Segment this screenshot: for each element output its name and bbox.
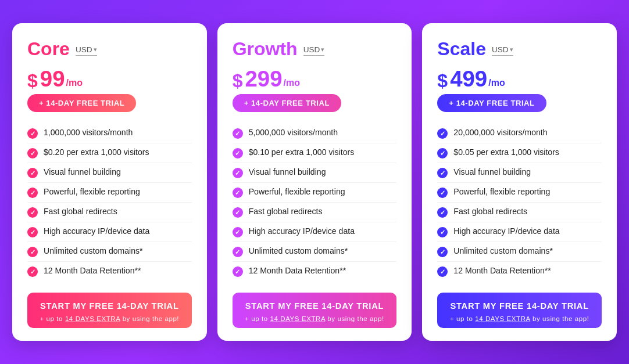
feature-text-growth-7: 12 Month Data Retention** xyxy=(249,266,346,275)
feature-text-core-2: Visual funnel building xyxy=(44,167,121,176)
price-per-growth: /mo xyxy=(284,78,300,88)
feature-item-core-4: ✓Fast global redirects xyxy=(27,203,192,222)
feature-item-core-5: ✓High accuracy IP/device data xyxy=(27,222,192,242)
currency-selector-growth[interactable]: USD ▾ xyxy=(303,45,325,56)
feature-item-growth-6: ✓Unlimited custom domains* xyxy=(233,242,397,262)
check-icon-core-4: ✓ xyxy=(27,207,38,218)
feature-item-growth-7: ✓12 Month Data Retention** xyxy=(233,262,397,281)
price-dollar-scale: $ xyxy=(437,70,448,92)
check-icon-core-6: ✓ xyxy=(27,247,38,257)
check-icon-growth-3: ✓ xyxy=(233,188,243,198)
feature-item-core-1: ✓$0.20 per extra 1,000 visitors xyxy=(27,143,192,163)
features-list-core: ✓1,000,000 visitors/month✓$0.20 per extr… xyxy=(27,124,192,281)
plan-card-scale: ScaleUSD ▾$499/mo+ 14-DAY FREE TRIAL✓20,… xyxy=(422,23,617,340)
feature-item-growth-3: ✓Powerful, flexible reporting xyxy=(233,183,397,203)
cta-button-core[interactable]: START MY FREE 14-DAY TRIAL + up to 14 DA… xyxy=(27,293,192,327)
feature-item-core-0: ✓1,000,000 visitors/month xyxy=(27,124,192,143)
plan-card-core: CoreUSD ▾$99/mo+ 14-DAY FREE TRIAL✓1,000… xyxy=(12,23,207,340)
check-icon-scale-3: ✓ xyxy=(437,188,448,198)
check-icon-core-7: ✓ xyxy=(27,266,38,277)
cta-sub-scale: + up to 14 DAYS EXTRA by using the app! xyxy=(443,315,596,323)
check-icon-scale-1: ✓ xyxy=(437,148,448,158)
price-amount-core: 99 xyxy=(40,66,65,92)
cta-link-growth[interactable]: 14 DAYS EXTRA xyxy=(270,315,326,322)
feature-item-scale-6: ✓Unlimited custom domains* xyxy=(437,242,602,262)
check-icon-core-2: ✓ xyxy=(27,168,38,178)
plan-header-scale: ScaleUSD ▾ xyxy=(437,39,602,58)
price-per-core: /mo xyxy=(66,78,83,88)
feature-text-growth-6: Unlimited custom domains* xyxy=(249,246,348,255)
feature-item-scale-0: ✓20,000,000 visitors/month xyxy=(437,124,602,143)
cta-main-text-scale: START MY FREE 14-DAY TRIAL xyxy=(443,301,596,312)
price-dollar-growth: $ xyxy=(233,70,243,92)
plan-price-core: $99/mo xyxy=(27,66,192,92)
plan-name-growth: Growth xyxy=(233,39,298,58)
feature-text-scale-1: $0.05 per extra 1,000 visitors xyxy=(453,147,559,157)
cta-sub-core: + up to 14 DAYS EXTRA by using the app! xyxy=(33,315,186,323)
feature-text-growth-3: Powerful, flexible reporting xyxy=(249,187,345,196)
check-icon-scale-6: ✓ xyxy=(437,247,448,257)
feature-item-scale-4: ✓Fast global redirects xyxy=(437,203,602,222)
price-dollar-core: $ xyxy=(27,70,38,92)
feature-item-growth-0: ✓5,000,000 visitors/month xyxy=(233,124,397,143)
currency-selector-scale[interactable]: USD ▾ xyxy=(492,45,513,56)
cta-link-scale[interactable]: 14 DAYS EXTRA xyxy=(475,315,530,322)
feature-item-core-2: ✓Visual funnel building xyxy=(27,163,192,183)
currency-selector-core[interactable]: USD ▾ xyxy=(76,45,97,56)
trial-badge-growth[interactable]: + 14-DAY FREE TRIAL xyxy=(233,94,341,112)
feature-item-core-7: ✓12 Month Data Retention** xyxy=(27,262,192,281)
check-icon-scale-7: ✓ xyxy=(437,266,448,277)
plan-price-growth: $299/mo xyxy=(233,66,397,92)
feature-text-scale-0: 20,000,000 visitors/month xyxy=(453,128,547,137)
check-icon-growth-4: ✓ xyxy=(233,207,243,218)
feature-text-core-7: 12 Month Data Retention** xyxy=(44,266,141,275)
cta-sub-growth: + up to 14 DAYS EXTRA by using the app! xyxy=(238,315,391,323)
check-icon-scale-4: ✓ xyxy=(437,207,448,218)
feature-text-scale-3: Powerful, flexible reporting xyxy=(453,187,550,196)
feature-item-core-3: ✓Powerful, flexible reporting xyxy=(27,183,192,203)
feature-item-scale-3: ✓Powerful, flexible reporting xyxy=(437,183,602,203)
feature-item-core-6: ✓Unlimited custom domains* xyxy=(27,242,192,262)
features-list-scale: ✓20,000,000 visitors/month✓$0.05 per ext… xyxy=(437,124,602,281)
plan-card-growth: GrowthUSD ▾$299/mo+ 14-DAY FREE TRIAL✓5,… xyxy=(217,23,412,340)
feature-text-growth-4: Fast global redirects xyxy=(249,207,323,216)
check-icon-core-0: ✓ xyxy=(27,128,38,139)
features-list-growth: ✓5,000,000 visitors/month✓$0.10 per extr… xyxy=(233,124,397,281)
feature-text-growth-2: Visual funnel building xyxy=(249,167,326,176)
feature-item-scale-1: ✓$0.05 per extra 1,000 visitors xyxy=(437,143,602,163)
feature-text-core-3: Powerful, flexible reporting xyxy=(44,187,140,196)
plans-container: CoreUSD ▾$99/mo+ 14-DAY FREE TRIAL✓1,000… xyxy=(12,23,617,340)
trial-badge-core[interactable]: + 14-DAY FREE TRIAL xyxy=(27,94,136,112)
feature-text-scale-4: Fast global redirects xyxy=(453,207,527,216)
feature-item-scale-5: ✓High accuracy IP/device data xyxy=(437,222,602,242)
check-icon-core-3: ✓ xyxy=(27,188,38,198)
feature-text-scale-2: Visual funnel building xyxy=(453,167,531,176)
feature-item-growth-2: ✓Visual funnel building xyxy=(233,163,397,183)
check-icon-scale-5: ✓ xyxy=(437,227,448,237)
check-icon-growth-5: ✓ xyxy=(233,227,243,237)
cta-main-text-core: START MY FREE 14-DAY TRIAL xyxy=(33,301,186,312)
check-icon-growth-6: ✓ xyxy=(233,247,243,257)
check-icon-growth-0: ✓ xyxy=(233,128,243,139)
check-icon-growth-2: ✓ xyxy=(233,168,243,178)
plan-name-scale: Scale xyxy=(437,39,486,58)
price-amount-growth: 299 xyxy=(245,66,282,92)
check-icon-growth-7: ✓ xyxy=(233,266,243,277)
cta-main-text-growth: START MY FREE 14-DAY TRIAL xyxy=(238,301,391,312)
feature-text-growth-5: High accuracy IP/device data xyxy=(249,226,355,236)
cta-button-growth[interactable]: START MY FREE 14-DAY TRIAL + up to 14 DA… xyxy=(233,293,397,327)
plan-name-core: Core xyxy=(27,39,70,58)
plan-price-scale: $499/mo xyxy=(437,66,602,92)
feature-text-scale-5: High accuracy IP/device data xyxy=(453,226,559,236)
feature-item-growth-1: ✓$0.10 per extra 1,000 visitors xyxy=(233,143,397,163)
check-icon-scale-2: ✓ xyxy=(437,168,448,178)
cta-link-core[interactable]: 14 DAYS EXTRA xyxy=(65,315,120,322)
feature-text-growth-1: $0.10 per extra 1,000 visitors xyxy=(249,147,355,157)
plan-header-growth: GrowthUSD ▾ xyxy=(233,39,397,58)
cta-button-scale[interactable]: START MY FREE 14-DAY TRIAL + up to 14 DA… xyxy=(437,293,602,327)
trial-badge-scale[interactable]: + 14-DAY FREE TRIAL xyxy=(437,94,546,112)
feature-item-scale-7: ✓12 Month Data Retention** xyxy=(437,262,602,281)
feature-text-scale-7: 12 Month Data Retention** xyxy=(453,266,551,275)
feature-text-core-6: Unlimited custom domains* xyxy=(44,246,143,255)
check-icon-scale-0: ✓ xyxy=(437,128,448,139)
